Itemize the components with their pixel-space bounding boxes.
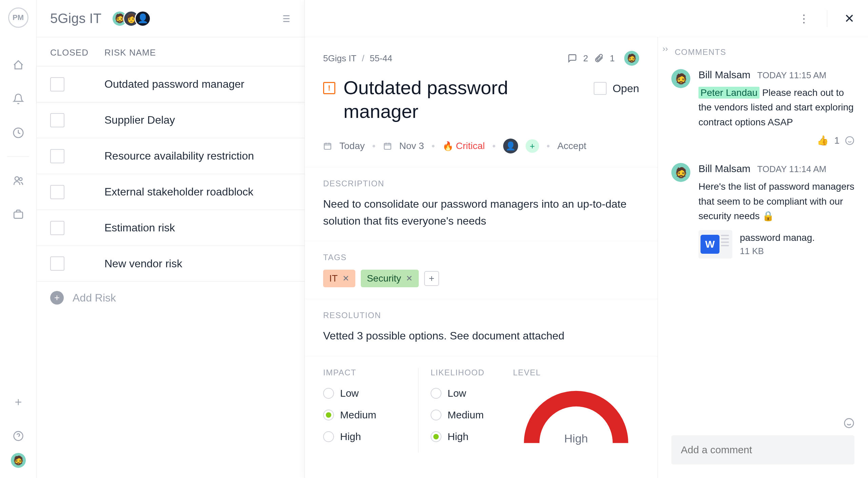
- remove-tag-icon[interactable]: ✕: [406, 274, 413, 283]
- risk-name: External stakeholder roadblock: [104, 186, 253, 198]
- section-label: IMPACT: [323, 368, 418, 377]
- add-tag-button[interactable]: +: [424, 271, 439, 286]
- tag-label: Security: [367, 273, 401, 284]
- svg-rect-3: [14, 212, 23, 218]
- radio-icon: [431, 431, 441, 442]
- priority-badge[interactable]: 🔥Critical: [442, 141, 485, 151]
- comment-time: TODAY 11:14 AM: [757, 164, 826, 174]
- svg-point-23: [845, 419, 854, 428]
- risk-row[interactable]: Estimation risk: [37, 210, 304, 246]
- breadcrumb-project[interactable]: 5Gigs IT: [323, 53, 356, 64]
- member-avatar[interactable]: 👤: [135, 11, 151, 27]
- project-members[interactable]: 🧔 👩 👤: [112, 11, 151, 27]
- col-closed[interactable]: CLOSED: [50, 47, 104, 58]
- breadcrumb: 5Gigs IT / 55-44 2 1 🧔: [305, 37, 657, 69]
- comment-avatar[interactable]: 🧔: [671, 163, 690, 182]
- risk-row[interactable]: New vendor risk: [37, 246, 304, 282]
- emoji-picker-icon[interactable]: [844, 418, 854, 429]
- comment-input[interactable]: [671, 435, 854, 464]
- risk-row[interactable]: Outdated password manager: [37, 66, 304, 102]
- radio-icon: [323, 410, 334, 420]
- remove-tag-icon[interactable]: ✕: [342, 274, 349, 283]
- current-user-avatar[interactable]: 🧔: [11, 453, 26, 468]
- comment-time: TODAY 11:15 AM: [757, 70, 826, 81]
- comment-author[interactable]: Bill Malsam: [698, 69, 750, 81]
- svg-rect-16: [384, 143, 391, 149]
- radio-icon: [323, 431, 334, 442]
- risk-closed-checkbox[interactable]: [50, 221, 64, 235]
- add-risk-button[interactable]: + Add Risk: [37, 282, 304, 314]
- radio-option[interactable]: High: [323, 431, 418, 442]
- radio-icon: [323, 388, 334, 399]
- col-risk-name[interactable]: RISK NAME: [104, 47, 156, 58]
- reaction-emoji[interactable]: 👍: [817, 135, 829, 146]
- tags-section: TAGS IT✕Security✕+: [305, 241, 657, 299]
- owner-avatar[interactable]: 🧔: [624, 51, 639, 66]
- add-assignee-button[interactable]: +: [526, 139, 539, 153]
- more-options-icon[interactable]: ⋮: [798, 12, 810, 25]
- help-icon[interactable]: [11, 429, 26, 443]
- likelihood-column: LIKELIHOOD LowMediumHigh: [418, 368, 513, 453]
- add-reaction-icon[interactable]: [845, 136, 854, 145]
- radio-option[interactable]: Medium: [323, 409, 418, 421]
- comment-text: Here's the list of password managers tha…: [698, 179, 854, 223]
- team-icon[interactable]: [11, 173, 26, 188]
- attachment-count-icon[interactable]: [594, 54, 604, 63]
- section-label: LIKELIHOOD: [431, 368, 513, 377]
- risk-row[interactable]: Resource availability restriction: [37, 138, 304, 174]
- radio-option[interactable]: High: [431, 431, 513, 442]
- due-date[interactable]: Nov 3: [399, 141, 424, 151]
- description-text[interactable]: Need to consolidate our password manager…: [323, 196, 639, 229]
- resolution-text[interactable]: Vetted 3 possible options. See document …: [323, 328, 639, 345]
- risk-closed-checkbox[interactable]: [50, 149, 64, 163]
- add-icon[interactable]: [11, 395, 26, 410]
- comment-author[interactable]: Bill Malsam: [698, 163, 750, 174]
- attachment-count: 1: [610, 53, 615, 64]
- home-icon[interactable]: [11, 58, 26, 72]
- radio-label: Medium: [448, 409, 484, 421]
- risk-name: Resource availability restriction: [104, 150, 254, 162]
- radio-option[interactable]: Low: [431, 388, 513, 399]
- radio-label: Medium: [340, 409, 376, 421]
- project-name[interactable]: 5Gigs IT: [50, 11, 101, 26]
- description-section: DESCRIPTION Need to consolidate our pass…: [305, 167, 657, 241]
- detail-toolbar: ⋮ ✕: [305, 0, 868, 37]
- comment-count-icon[interactable]: [568, 54, 577, 63]
- attachment[interactable]: Wpassword manag.11 KB: [698, 230, 854, 258]
- app-logo[interactable]: PM: [8, 7, 28, 28]
- created-date[interactable]: Today: [339, 141, 365, 151]
- risk-row[interactable]: Supplier Delay: [37, 102, 304, 138]
- risk-closed-checkbox[interactable]: [50, 113, 64, 127]
- mention[interactable]: Peter Landau: [698, 87, 760, 99]
- notifications-icon[interactable]: [11, 91, 26, 106]
- status-checkbox[interactable]: [594, 82, 607, 95]
- close-icon[interactable]: ✕: [844, 12, 854, 26]
- risk-closed-checkbox[interactable]: [50, 185, 64, 199]
- radio-icon: [431, 388, 441, 399]
- radio-option[interactable]: Low: [323, 388, 418, 399]
- risk-row[interactable]: External stakeholder roadblock: [37, 174, 304, 210]
- comment-avatar[interactable]: 🧔: [671, 69, 690, 88]
- svg-point-1: [15, 177, 19, 181]
- tag[interactable]: IT✕: [323, 270, 355, 287]
- risk-title[interactable]: Outdated password manager: [343, 76, 586, 123]
- collapse-comments-icon[interactable]: ››: [663, 44, 668, 54]
- risk-detail-pane: ⋮ ✕ 5Gigs IT / 55-44 2 1 🧔: [304, 0, 868, 478]
- risk-closed-checkbox[interactable]: [50, 77, 64, 91]
- status-toggle[interactable]: Open: [594, 82, 639, 95]
- breadcrumb-id[interactable]: 55-44: [370, 53, 392, 64]
- radio-option[interactable]: Medium: [431, 409, 513, 421]
- svg-point-2: [19, 178, 22, 181]
- response-label[interactable]: Accept: [557, 141, 587, 151]
- recent-icon[interactable]: [11, 125, 26, 140]
- comment-count: 2: [583, 53, 588, 64]
- list-view-icon[interactable]: [279, 13, 291, 24]
- briefcase-icon[interactable]: [11, 207, 26, 222]
- risk-name: Supplier Delay: [104, 114, 175, 126]
- project-header: 5Gigs IT 🧔 👩 👤: [37, 0, 304, 37]
- risk-closed-checkbox[interactable]: [50, 256, 64, 271]
- nav-rail: PM 🧔: [0, 0, 37, 478]
- assignee-avatar[interactable]: 👤: [503, 139, 518, 153]
- tag[interactable]: Security✕: [361, 270, 419, 287]
- attachment-name: password manag.: [740, 232, 815, 243]
